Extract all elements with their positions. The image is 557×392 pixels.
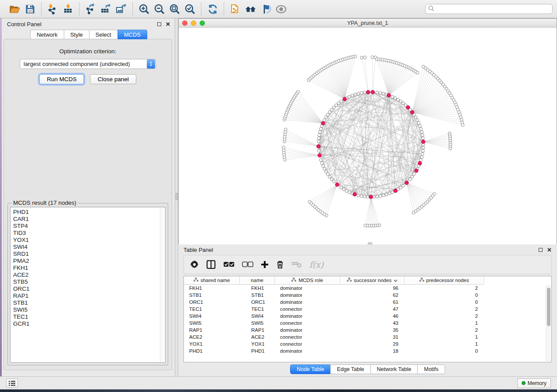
network-node[interactable]: [330, 178, 333, 181]
network-node[interactable]: [319, 127, 322, 131]
network-node[interactable]: [322, 165, 325, 168]
export-table-icon[interactable]: [100, 3, 112, 15]
table-row[interactable]: SWI4SWI4dominator462: [184, 313, 551, 320]
list-item[interactable]: ACE2: [13, 272, 165, 279]
dominator-node[interactable]: [336, 183, 339, 187]
deselect-all-rows-icon[interactable]: [242, 259, 253, 270]
dominator-node[interactable]: [371, 90, 375, 94]
import-table-icon[interactable]: [62, 3, 74, 15]
table-scrollbar-thumb[interactable]: [547, 288, 550, 326]
tab-select[interactable]: Select: [89, 30, 118, 39]
network-node[interactable]: [388, 192, 391, 195]
dominator-node[interactable]: [405, 181, 409, 185]
network-graph[interactable]: [179, 28, 557, 244]
network-node[interactable]: [416, 71, 419, 74]
zoom-selected-icon[interactable]: [184, 3, 196, 15]
network-node[interactable]: [379, 195, 382, 198]
tab-motifs[interactable]: Motifs: [417, 364, 445, 374]
close-panel-icon[interactable]: ✕: [547, 248, 552, 252]
network-node[interactable]: [399, 100, 402, 103]
vertical-splitter[interactable]: [175, 18, 178, 376]
network-node[interactable]: [326, 173, 329, 176]
zoom-fit-icon[interactable]: [169, 3, 180, 15]
dominator-node[interactable]: [418, 162, 422, 165]
network-node[interactable]: [411, 175, 414, 179]
network-node[interactable]: [420, 131, 423, 134]
criterion-dropdown[interactable]: largest connected component (undirected)…: [20, 59, 156, 69]
network-node[interactable]: [319, 158, 322, 162]
tab-network[interactable]: Network: [30, 30, 64, 39]
network-node[interactable]: [419, 158, 422, 162]
list-item[interactable]: SWI5: [13, 306, 165, 313]
list-item[interactable]: ORC1: [13, 285, 165, 292]
network-node[interactable]: [364, 224, 367, 227]
list-item[interactable]: TID3: [13, 230, 165, 237]
dominator-node[interactable]: [353, 193, 357, 196]
network-node[interactable]: [328, 175, 331, 179]
dominator-node[interactable]: [343, 97, 347, 101]
network-node[interactable]: [363, 91, 366, 94]
list-item[interactable]: YOX1: [13, 237, 165, 244]
network-node[interactable]: [325, 170, 328, 173]
column-header-predecessor-nodes[interactable]: predecessor nodes: [405, 276, 484, 284]
network-node[interactable]: [391, 95, 394, 98]
list-item[interactable]: SRD1: [13, 251, 165, 258]
network-node[interactable]: [318, 134, 321, 137]
network-node[interactable]: [394, 96, 397, 100]
column-header-shared-name[interactable]: shared name: [184, 276, 240, 284]
table-row[interactable]: FKH1FKH1dominator962: [184, 285, 551, 292]
network-node[interactable]: [414, 116, 417, 119]
network-node[interactable]: [382, 194, 385, 197]
network-node[interactable]: [379, 92, 382, 95]
select-all-rows-icon[interactable]: [223, 259, 235, 270]
close-panel-button[interactable]: Close panel: [90, 74, 136, 84]
network-node[interactable]: [363, 56, 367, 59]
function-builder-icon[interactable]: f(x): [309, 259, 324, 270]
network-node[interactable]: [373, 195, 376, 198]
dominator-node[interactable]: [422, 140, 426, 144]
table-row[interactable]: PHD1PHD1dominator180: [184, 347, 551, 354]
run-mcds-button[interactable]: Run MCDS: [39, 74, 84, 84]
task-history-button[interactable]: [6, 378, 18, 388]
network-node[interactable]: [354, 93, 357, 96]
network-node[interactable]: [399, 186, 402, 189]
search-box[interactable]: [425, 4, 553, 14]
column-header-mcds-role[interactable]: MCDS role: [275, 276, 340, 284]
network-node[interactable]: [318, 131, 322, 134]
table-row[interactable]: ORC1ORC1dominator610: [184, 299, 551, 306]
dominator-node[interactable]: [415, 169, 419, 173]
network-node[interactable]: [382, 92, 385, 95]
network-node[interactable]: [317, 137, 320, 140]
zoom-out-icon[interactable]: [153, 3, 165, 15]
dominator-node[interactable]: [387, 93, 391, 97]
network-node[interactable]: [348, 191, 351, 194]
network-node[interactable]: [284, 128, 287, 131]
list-item[interactable]: PMA2: [13, 258, 165, 265]
list-item[interactable]: SWI4: [13, 244, 165, 251]
dominator-node[interactable]: [406, 106, 410, 110]
tab-style[interactable]: Style: [64, 30, 89, 39]
table-settings-gear-icon[interactable]: [190, 259, 199, 270]
network-node[interactable]: [376, 91, 379, 94]
network-node[interactable]: [363, 195, 366, 198]
table-scrollbar[interactable]: [546, 285, 551, 361]
network-node[interactable]: [357, 194, 360, 197]
dominator-node[interactable]: [394, 189, 398, 193]
network-node[interactable]: [337, 102, 340, 105]
float-panel-icon[interactable]: [157, 22, 161, 26]
network-node[interactable]: [397, 98, 400, 101]
zoom-in-icon[interactable]: [138, 3, 150, 15]
network-node[interactable]: [317, 149, 320, 152]
eye-icon[interactable]: [275, 3, 287, 15]
network-node[interactable]: [308, 200, 311, 203]
home-icon[interactable]: [245, 3, 256, 15]
share-document-icon[interactable]: [229, 3, 241, 15]
network-node[interactable]: [391, 191, 394, 194]
network-node[interactable]: [421, 152, 424, 155]
network-node[interactable]: [417, 121, 420, 124]
network-node[interactable]: [320, 162, 323, 165]
table-row[interactable]: STB1STB1dominator620: [184, 292, 551, 299]
table-row[interactable]: SWI5SWI5connector431: [184, 320, 551, 327]
delete-column-icon[interactable]: [276, 259, 284, 270]
network-node[interactable]: [282, 146, 285, 149]
